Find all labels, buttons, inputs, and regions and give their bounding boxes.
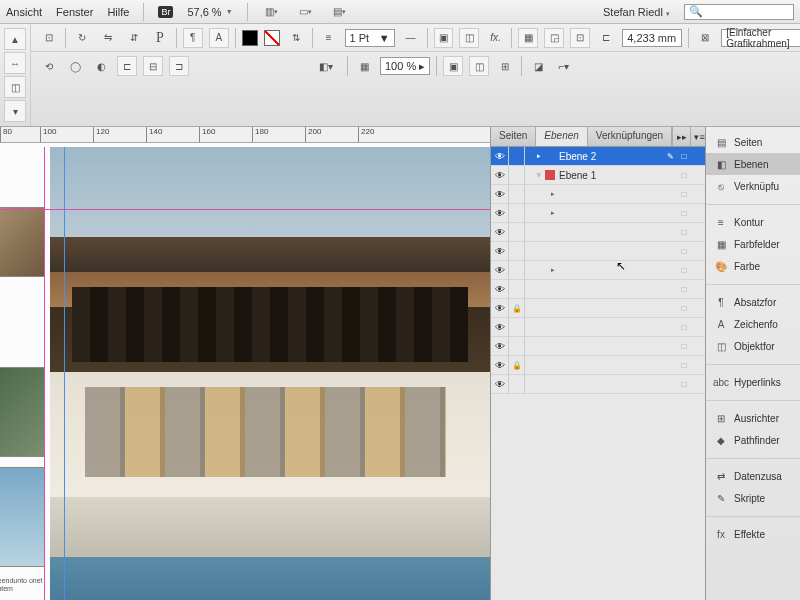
visibility-toggle-icon[interactable]: 👁: [491, 223, 509, 241]
bridge-icon[interactable]: Br: [158, 6, 173, 18]
layer-row[interactable]: 👁□: [491, 242, 705, 261]
dock-item-zeichenfo[interactable]: AZeichenfo: [706, 313, 800, 335]
flip-h-icon[interactable]: ⇋: [98, 28, 118, 48]
lock-toggle-icon[interactable]: [509, 318, 525, 336]
select-indicator[interactable]: □: [677, 342, 691, 351]
corner-options-icon[interactable]: ▦: [518, 28, 538, 48]
pen-target-icon[interactable]: ✎: [663, 152, 677, 161]
type-icon[interactable]: P: [150, 28, 170, 48]
menu-ansicht[interactable]: Ansicht: [6, 6, 42, 18]
expand-icon[interactable]: ▿: [533, 171, 545, 179]
layer-row[interactable]: 👁▸□: [491, 204, 705, 223]
thumbnail-2[interactable]: [0, 367, 45, 457]
fill-swatch[interactable]: [242, 30, 258, 46]
document-canvas[interactable]: 80 100 120 140 160 180 200 220 queendunt…: [0, 127, 490, 600]
layer-row[interactable]: 👁🔒□: [491, 356, 705, 375]
lock-toggle-icon[interactable]: [509, 185, 525, 203]
dock-item-hyperlinks[interactable]: abcHyperlinks: [706, 371, 800, 393]
text-frame[interactable]: queendunto onet ventem ? Qui sim as ugit…: [0, 577, 52, 600]
layer-row[interactable]: 👁□: [491, 280, 705, 299]
frame-fitting-icon[interactable]: ⊠: [695, 28, 715, 48]
vertical-guide[interactable]: [44, 147, 45, 600]
zoom-field[interactable]: 57,6 %▼: [187, 6, 232, 18]
corner-shape-icon[interactable]: ◲: [544, 28, 564, 48]
select-indicator[interactable]: □: [677, 361, 691, 370]
select-indicator[interactable]: □: [677, 190, 691, 199]
select-indicator[interactable]: □: [677, 304, 691, 313]
lock-toggle-icon[interactable]: [509, 337, 525, 355]
lock-toggle-icon[interactable]: [509, 375, 525, 393]
thumbnail-3[interactable]: [0, 467, 45, 567]
placed-image[interactable]: [50, 147, 490, 600]
tool-dropdown[interactable]: ▾: [4, 100, 26, 122]
dock-item-absatzfor[interactable]: ¶Absatzfor: [706, 291, 800, 313]
select-indicator[interactable]: □: [677, 209, 691, 218]
panel-menu-icon[interactable]: ▾≡: [690, 127, 708, 146]
tab-seiten[interactable]: Seiten: [491, 127, 536, 146]
expand-icon[interactable]: ▸: [547, 209, 559, 217]
tool-selection[interactable]: ▲: [4, 28, 26, 50]
dock-item-effekte[interactable]: fxEffekte: [706, 523, 800, 545]
lock-toggle-icon[interactable]: [509, 261, 525, 279]
align-right-icon[interactable]: ⊐: [169, 56, 189, 76]
visibility-toggle-icon[interactable]: 👁: [491, 299, 509, 317]
thumbnail-1[interactable]: [0, 207, 45, 277]
lock-toggle-icon[interactable]: [509, 280, 525, 298]
menu-fenster[interactable]: Fenster: [56, 6, 93, 18]
stroke-style-icon[interactable]: —: [401, 28, 421, 48]
select-indicator[interactable]: □: [677, 323, 691, 332]
view-options-icon[interactable]: ▥▾: [262, 2, 282, 22]
visibility-toggle-icon[interactable]: 👁: [491, 280, 509, 298]
dock-item-seiten[interactable]: ▤Seiten: [706, 131, 800, 153]
select-indicator[interactable]: □: [677, 285, 691, 294]
visibility-toggle-icon[interactable]: 👁: [491, 318, 509, 336]
expand-icon[interactable]: ▸: [533, 152, 545, 160]
stroke-swatch[interactable]: [264, 30, 280, 46]
dock-item-datenzusa[interactable]: ⇄Datenzusa: [706, 465, 800, 487]
dock-item-ausrichter[interactable]: ⊞Ausrichter: [706, 407, 800, 429]
lock-toggle-icon[interactable]: 🔒: [509, 356, 525, 374]
text-wrap-bounding-icon[interactable]: ◫: [459, 28, 479, 48]
horizontal-guide[interactable]: [0, 209, 490, 210]
container-frame-field[interactable]: [Einfacher Grafikrahmen] ▼: [721, 29, 800, 47]
expand-icon[interactable]: ▸: [547, 266, 559, 274]
apply-color-icon[interactable]: ◧▾: [311, 56, 341, 76]
transform-rotate-icon[interactable]: ⟲: [39, 56, 59, 76]
user-name[interactable]: Stefan Riedl ▾: [603, 6, 670, 18]
select-indicator[interactable]: □: [677, 266, 691, 275]
visibility-toggle-icon[interactable]: 👁: [491, 204, 509, 222]
text-wrap-none-icon[interactable]: ▣: [434, 28, 454, 48]
opacity-field[interactable]: 100 % ▸: [380, 57, 430, 75]
transform-shear-icon[interactable]: ◐: [91, 56, 111, 76]
dock-item-skripte[interactable]: ✎Skripte: [706, 487, 800, 509]
layer-row[interactable]: 👁▿Ebene 1□: [491, 166, 705, 185]
layer-row[interactable]: 👁▸□: [491, 261, 705, 280]
arrange-icon[interactable]: ▤▾: [330, 2, 350, 22]
drop-shadow-icon[interactable]: ◪: [528, 56, 548, 76]
wrap-column-icon[interactable]: ◫: [469, 56, 489, 76]
lock-toggle-icon[interactable]: [509, 147, 525, 165]
layer-row[interactable]: 👁□: [491, 375, 705, 394]
visibility-toggle-icon[interactable]: 👁: [491, 185, 509, 203]
swap-fill-stroke-icon[interactable]: ⇅: [286, 28, 306, 48]
visibility-toggle-icon[interactable]: 👁: [491, 375, 509, 393]
lock-toggle-icon[interactable]: [509, 242, 525, 260]
column-guide[interactable]: [64, 147, 65, 600]
tool-gap[interactable]: ↔: [4, 52, 26, 74]
layer-name[interactable]: Ebene 1: [559, 170, 677, 181]
select-indicator[interactable]: □: [677, 247, 691, 256]
dock-item-pathfinder[interactable]: ◆Pathfinder: [706, 429, 800, 451]
tab-verknuepfungen[interactable]: Verknüpfungen: [588, 127, 672, 146]
wrap-jump-icon[interactable]: ▣: [443, 56, 463, 76]
screen-mode-icon[interactable]: ▭▾: [296, 2, 316, 22]
lock-toggle-icon[interactable]: [509, 166, 525, 184]
lock-toggle-icon[interactable]: [509, 223, 525, 241]
flip-v-icon[interactable]: ⇵: [124, 28, 144, 48]
expand-icon[interactable]: ▸: [547, 190, 559, 198]
dock-item-kontur[interactable]: ≡Kontur: [706, 211, 800, 233]
visibility-toggle-icon[interactable]: 👁: [491, 356, 509, 374]
visibility-toggle-icon[interactable]: 👁: [491, 337, 509, 355]
layer-row[interactable]: 👁🔒□: [491, 299, 705, 318]
lock-toggle-icon[interactable]: [509, 204, 525, 222]
dock-item-farbfelder[interactable]: ▦Farbfelder: [706, 233, 800, 255]
